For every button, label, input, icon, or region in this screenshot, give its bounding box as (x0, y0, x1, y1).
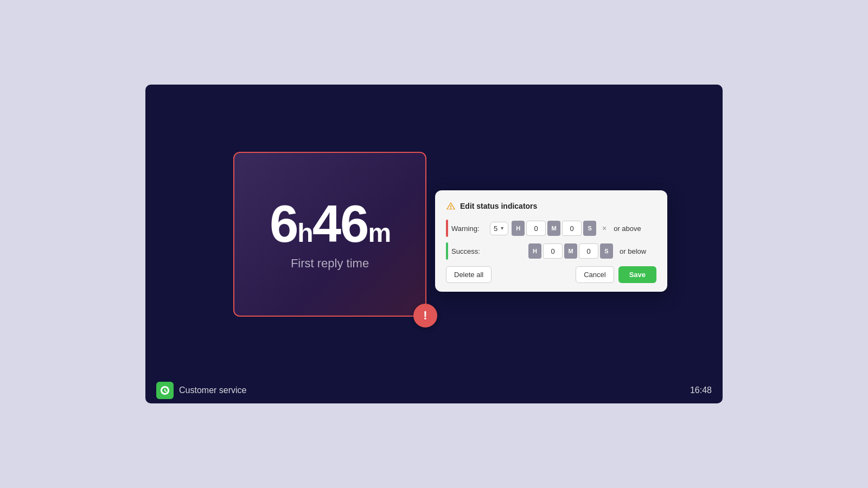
warning-row: Warning: 5 ▼ H M S × or above (446, 220, 656, 237)
minutes-unit: m (368, 219, 390, 247)
warning-h-input[interactable] (526, 221, 546, 236)
edit-status-panel: Edit status indicators Warning: 5 ▼ H M … (435, 190, 667, 292)
alert-badge: ! (413, 304, 437, 328)
panel-title: Edit status indicators (460, 202, 537, 210)
brand-name: Customer service (179, 386, 246, 395)
success-label: Success: (451, 247, 487, 255)
brand-icon (159, 385, 170, 396)
warning-dropdown-value: 5 (494, 224, 497, 233)
success-m-input[interactable] (579, 243, 598, 259)
success-suffix: or below (620, 247, 646, 255)
brand-area: Customer service (156, 382, 246, 399)
success-time-group: H M S (528, 243, 613, 259)
main-screen: 6h46m First reply time ! Edit status ind… (145, 85, 723, 403)
metric-label: First reply time (291, 256, 369, 271)
panel-actions: Delete all Cancel Save (446, 266, 656, 283)
warning-h-badge: H (512, 221, 525, 236)
warning-triangle-icon (446, 201, 456, 211)
minutes-value: 46 (312, 195, 368, 253)
warning-time-group: H M S (512, 221, 596, 236)
hours-value: 6 (270, 195, 297, 253)
success-s-badge: S (600, 243, 613, 259)
warning-bar (446, 220, 448, 237)
success-bar (446, 242, 448, 260)
cancel-button[interactable]: Cancel (576, 266, 614, 283)
right-actions: Cancel Save (576, 266, 656, 283)
hours-unit: h (297, 219, 312, 247)
warning-m-input[interactable] (562, 221, 582, 236)
success-h-input[interactable] (543, 243, 563, 259)
warning-m-badge: M (547, 221, 560, 236)
success-m-badge: M (564, 243, 577, 259)
metric-value: 6h46m (270, 198, 390, 250)
warning-dropdown[interactable]: 5 ▼ (490, 222, 508, 235)
chevron-down-icon: ▼ (500, 226, 505, 231)
save-button[interactable]: Save (618, 266, 656, 283)
success-row: Success: H M S or below (446, 242, 656, 260)
bottom-bar: Customer service 16:48 (145, 377, 723, 403)
warning-remove-button[interactable]: × (599, 223, 609, 233)
brand-logo (156, 382, 174, 399)
success-h-badge: H (528, 243, 541, 259)
panel-header: Edit status indicators (446, 201, 656, 211)
warning-s-badge: S (583, 221, 596, 236)
delete-all-button[interactable]: Delete all (446, 266, 492, 283)
metric-card: 6h46m First reply time ! (233, 152, 426, 317)
warning-suffix: or above (614, 224, 641, 233)
clock: 16:48 (690, 386, 712, 395)
warning-label: Warning: (451, 224, 487, 233)
